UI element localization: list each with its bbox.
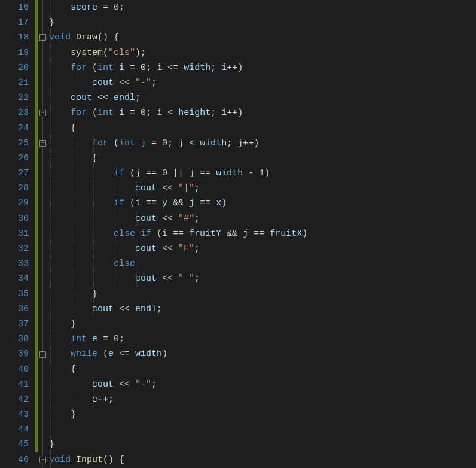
code-line[interactable] [49, 422, 476, 437]
line-number: 33 [0, 256, 29, 271]
fold-toggle-icon[interactable]: − [39, 110, 46, 116]
line-number: 42 [0, 392, 29, 407]
code-line[interactable]: cout << endl; [49, 90, 476, 105]
line-number: 27 [0, 166, 29, 181]
code-line[interactable]: cout << " "; [49, 271, 476, 286]
line-number: 37 [0, 317, 29, 332]
code-text: { [49, 153, 97, 163]
line-number: 31 [0, 226, 29, 241]
line-number: 17 [0, 15, 29, 30]
line-number: 19 [0, 45, 29, 60]
code-line[interactable]: for (int i = 0; i <= width; i++) [49, 60, 476, 75]
code-line[interactable]: { [49, 121, 476, 136]
line-number: 46 [0, 452, 29, 467]
code-line[interactable]: { [49, 362, 476, 377]
line-number: 25 [0, 136, 29, 151]
code-text: else if (i == fruitY && j == fruitX) [49, 229, 307, 239]
code-line[interactable]: cout << "-"; [49, 75, 476, 90]
line-number: 29 [0, 196, 29, 211]
code-line[interactable]: else if (i == fruitY && j == fruitX) [49, 226, 476, 241]
code-line[interactable]: } [49, 15, 476, 30]
fold-column: −−−−− [38, 0, 49, 468]
code-text: e++; [49, 394, 114, 405]
code-line[interactable]: while (e <= width) [49, 347, 476, 361]
line-number: 36 [0, 302, 29, 317]
code-line[interactable]: void Input() { [49, 452, 476, 467]
line-number-gutter: 1617181920212223242526272829303132333435… [0, 0, 35, 468]
fold-toggle-icon[interactable]: − [39, 140, 46, 147]
line-number: 24 [0, 121, 29, 136]
line-number: 18 [0, 30, 29, 45]
code-line[interactable]: for (int i = 0; i < height; i++) [49, 105, 476, 120]
code-text: cout << "-"; [49, 78, 157, 88]
code-text: cout << endl; [49, 304, 162, 314]
line-number: 21 [0, 75, 29, 90]
fold-toggle-icon[interactable]: − [39, 457, 46, 463]
code-editor[interactable]: 1617181920212223242526272829303132333435… [0, 0, 476, 468]
line-number: 22 [0, 90, 29, 105]
line-number: 16 [0, 0, 29, 15]
code-line[interactable]: { [49, 151, 476, 166]
line-number: 28 [0, 181, 29, 196]
code-line[interactable]: cout << "|"; [49, 181, 476, 196]
code-text: system("cls"); [49, 48, 146, 58]
code-area[interactable]: score = 0;}void Draw() { system("cls"); … [49, 0, 476, 468]
line-number: 41 [0, 377, 29, 392]
code-line[interactable]: for (int j = 0; j < width; j++) [49, 136, 476, 151]
code-text: cout << "-"; [49, 379, 157, 390]
line-number: 26 [0, 151, 29, 166]
code-text: if (i == y && j == x) [49, 198, 227, 208]
code-line[interactable]: e++; [49, 392, 476, 407]
code-line[interactable]: cout << "#"; [49, 211, 476, 226]
code-line[interactable]: else [49, 256, 476, 271]
line-number: 32 [0, 241, 29, 256]
code-line[interactable]: cout << "F"; [49, 241, 476, 256]
code-line[interactable]: } [49, 287, 476, 302]
code-text: void Draw() { [49, 32, 119, 42]
line-number: 44 [0, 422, 29, 437]
line-number: 38 [0, 332, 29, 347]
code-line[interactable]: if (i == y && j == x) [49, 196, 476, 211]
line-number: 34 [0, 271, 29, 286]
line-number: 43 [0, 407, 29, 422]
line-number: 40 [0, 362, 29, 377]
fold-toggle-icon[interactable]: − [39, 34, 46, 41]
code-line[interactable]: int e = 0; [49, 332, 476, 347]
code-text: for (int j = 0; j < width; j++) [49, 138, 259, 148]
code-text: void Input() { [49, 455, 124, 465]
line-number: 45 [0, 437, 29, 452]
code-text: for (int i = 0; i <= width; i++) [49, 63, 243, 73]
code-text: cout << endl; [49, 93, 141, 103]
code-line[interactable]: } [49, 317, 476, 332]
line-number: 23 [0, 105, 29, 120]
fold-toggle-icon[interactable]: − [39, 351, 46, 358]
code-text: if (j == 0 || j == width - 1) [49, 168, 270, 178]
code-line[interactable]: score = 0; [49, 0, 476, 15]
code-text: } [49, 289, 97, 299]
code-line[interactable]: system("cls"); [49, 45, 476, 60]
line-number: 20 [0, 60, 29, 75]
code-line[interactable]: void Draw() { [49, 30, 476, 45]
code-text: while (e <= width) [49, 349, 167, 359]
code-line[interactable]: if (j == 0 || j == width - 1) [49, 166, 476, 181]
line-number: 39 [0, 347, 29, 361]
line-number: 35 [0, 287, 29, 302]
code-line[interactable]: } [49, 437, 476, 452]
code-text: score = 0; [49, 2, 124, 13]
code-text: for (int i = 0; i < height; i++) [49, 108, 243, 118]
code-line[interactable]: } [49, 407, 476, 422]
code-line[interactable]: cout << endl; [49, 302, 476, 317]
line-number: 30 [0, 211, 29, 226]
code-text: int e = 0; [49, 334, 124, 344]
code-line[interactable]: cout << "-"; [49, 377, 476, 392]
code-text: else [49, 259, 135, 269]
